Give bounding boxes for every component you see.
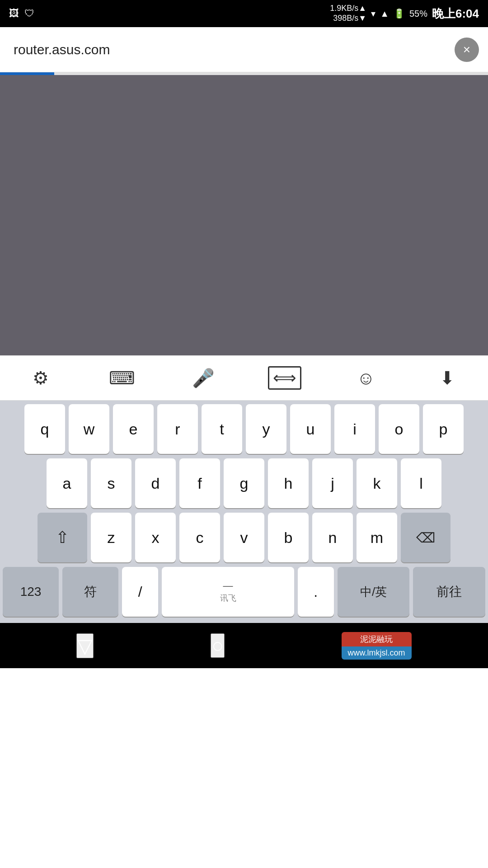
address-bar-container: ×: [0, 27, 488, 72]
key-w[interactable]: w: [69, 404, 109, 454]
key-dot[interactable]: .: [298, 567, 334, 617]
keyboard-toolbar: ⚙ ⌨ 🎤 ⟺ ☺ ⬇: [0, 355, 488, 401]
keyboard-row-1: q w e r t y u i o p: [3, 404, 485, 454]
loading-bar: [0, 72, 488, 75]
key-m[interactable]: m: [357, 513, 397, 562]
clear-icon: ×: [463, 42, 470, 57]
key-numeric[interactable]: 123: [3, 567, 59, 617]
settings-icon-button[interactable]: ⚙: [23, 360, 59, 396]
web-content: [0, 75, 488, 355]
key-o[interactable]: o: [379, 404, 419, 454]
cursor-icon: ⟺: [268, 366, 301, 390]
watermark-bottom: www.lmkjsl.com: [342, 646, 412, 660]
key-a[interactable]: a: [47, 458, 87, 508]
key-f[interactable]: f: [179, 458, 220, 508]
address-input[interactable]: [9, 35, 455, 64]
image-icon: 🖼: [9, 8, 19, 19]
keyboard: q w e r t y u i o p a s d f g h j k l ⇧ …: [0, 401, 488, 623]
status-bar: 🖼 🛡 1.9KB/s▲ 398B/s▼ ▾ ▲ 🔋 55% 晚上6:04: [0, 0, 488, 27]
key-t[interactable]: t: [202, 404, 242, 454]
battery-icon: 🔋: [394, 8, 405, 19]
it-text: iT: [197, 745, 234, 791]
key-space[interactable]: — 讯飞: [162, 567, 294, 617]
key-b[interactable]: b: [268, 513, 309, 562]
wifi-icon: ▾: [371, 8, 375, 19]
key-d[interactable]: d: [135, 458, 176, 508]
back-icon: ▽: [77, 634, 93, 657]
home-icon: ○: [211, 634, 224, 657]
home-button[interactable]: ○: [211, 633, 225, 658]
cursor-button[interactable]: ⟺: [267, 360, 303, 396]
emoji-button[interactable]: ☺: [348, 360, 384, 396]
key-r[interactable]: r: [157, 404, 198, 454]
key-language[interactable]: 中/英: [338, 567, 410, 617]
key-n[interactable]: n: [312, 513, 353, 562]
key-e[interactable]: e: [113, 404, 154, 454]
shield-icon: 🛡: [24, 8, 34, 19]
dismiss-icon: ⬇: [440, 368, 455, 388]
key-x[interactable]: x: [135, 513, 176, 562]
clear-button[interactable]: ×: [455, 38, 479, 62]
microphone-button[interactable]: 🎤: [185, 360, 221, 396]
key-q[interactable]: q: [24, 404, 65, 454]
key-g[interactable]: g: [224, 458, 264, 508]
key-k[interactable]: k: [357, 458, 397, 508]
back-button[interactable]: ▽: [76, 633, 94, 658]
keyboard-layout-button[interactable]: ⌨: [104, 360, 140, 396]
key-u[interactable]: u: [290, 404, 331, 454]
status-left-icons: 🖼 🛡: [9, 8, 34, 19]
key-slash[interactable]: /: [122, 567, 158, 617]
key-backspace[interactable]: ⌫: [401, 513, 450, 562]
keyboard-row-2: a s d f g h j k l: [3, 458, 485, 508]
key-enter[interactable]: 前往: [413, 567, 485, 617]
microphone-icon: 🎤: [192, 368, 215, 389]
keyboard-row-4: 123 符 / — 讯飞 . 中/英 前往: [3, 567, 485, 617]
key-i[interactable]: i: [334, 404, 375, 454]
network-speed: 1.9KB/s▲ 398B/s▼: [330, 4, 366, 23]
loading-progress: [0, 72, 54, 75]
key-symbol[interactable]: 符: [62, 567, 118, 617]
key-c[interactable]: c: [179, 513, 220, 562]
status-right: 1.9KB/s▲ 398B/s▼ ▾ ▲ 🔋 55% 晚上6:04: [330, 4, 479, 23]
watermark: 泥泥融玩 www.lmkjsl.com: [342, 632, 412, 660]
key-v[interactable]: v: [224, 513, 264, 562]
key-shift[interactable]: ⇧: [38, 513, 87, 562]
key-z[interactable]: z: [91, 513, 131, 562]
key-y[interactable]: y: [246, 404, 286, 454]
emoji-icon: ☺: [357, 368, 375, 388]
key-j[interactable]: j: [312, 458, 353, 508]
key-h[interactable]: h: [268, 458, 309, 508]
key-p[interactable]: p: [423, 404, 464, 454]
dismiss-keyboard-button[interactable]: ⬇: [429, 360, 465, 396]
settings-icon: ⚙: [33, 368, 49, 388]
key-s[interactable]: s: [91, 458, 131, 508]
nav-bar: ▽ ○ 泥泥融玩 www.lmkjsl.com: [0, 623, 488, 668]
watermark-top: 泥泥融玩: [342, 632, 412, 646]
keyboard-row-3: ⇧ z x c v b n m ⌫: [3, 513, 485, 562]
key-l[interactable]: l: [401, 458, 441, 508]
status-time: 晚上6:04: [432, 6, 479, 22]
signal-icon: ▲: [380, 9, 389, 19]
keyboard-icon: ⌨: [109, 368, 135, 388]
battery-percent: 55%: [409, 9, 427, 19]
